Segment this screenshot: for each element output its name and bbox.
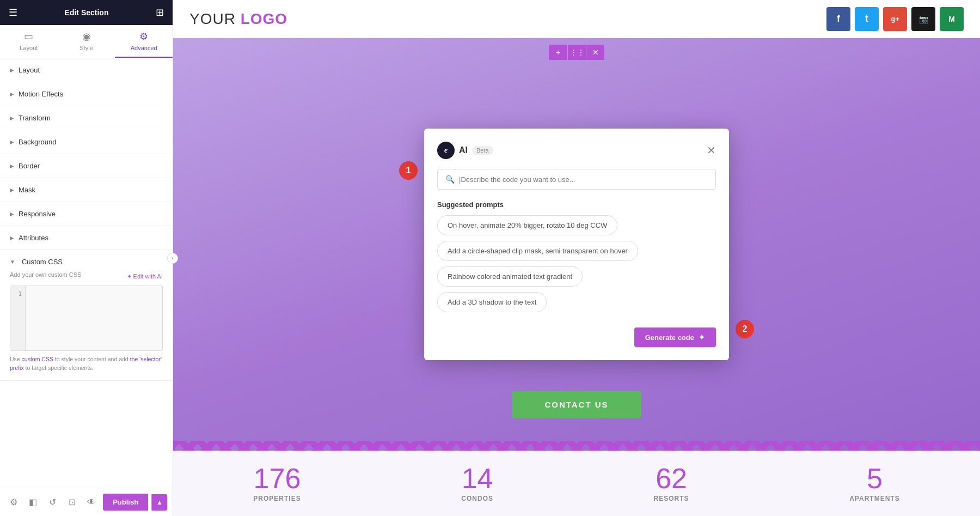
grid-icon[interactable]: ⊞ [156, 7, 164, 19]
stat-label-condos: CONDOS [461, 495, 493, 502]
stat-item-condos: 14 CONDOS [461, 464, 493, 502]
sidebar-header: ☰ Edit Section ⊞ [0, 0, 173, 25]
responsive-icon[interactable]: ⊡ [64, 494, 80, 511]
settings-icon[interactable]: ⚙ [5, 494, 22, 511]
layers-icon[interactable]: ◧ [25, 494, 41, 511]
suggested-label: Suggested prompts [437, 201, 716, 209]
step2-badge: 2 [736, 320, 754, 338]
hamburger-icon[interactable]: ☰ [9, 7, 17, 19]
tab-style[interactable]: ◉ Style [58, 25, 115, 58]
chevron-icon: ▶ [10, 187, 14, 193]
sidebar-item-border[interactable]: ▶ Border [0, 154, 173, 178]
chevron-icon: ▶ [10, 115, 14, 121]
logo-regular: YOUR [189, 10, 241, 27]
chevron-icon: ▶ [10, 235, 14, 241]
sidebar-item-responsive[interactable]: ▶ Responsive [0, 202, 173, 226]
ai-logo-icon: e [437, 142, 455, 159]
custom-css-section: ▼ Custom CSS Add your own custom CSS ✦ E… [0, 250, 173, 381]
stat-number-condos: 14 [462, 464, 493, 493]
style-icon: ◉ [82, 31, 91, 43]
publish-button[interactable]: Publish [103, 494, 148, 511]
generate-code-button[interactable]: Generate code ✦ [634, 327, 716, 347]
sidebar-item-background[interactable]: ▶ Background [0, 130, 173, 154]
generate-label: Generate code [645, 333, 694, 342]
sidebar-item-attributes[interactable]: ▶ Attributes [0, 226, 173, 250]
search-icon: 🔍 [445, 175, 455, 184]
stats-bar: 176 PROPERTIES 14 CONDOS 62 RESORTS 5 AP… [173, 451, 980, 516]
sidebar: ☰ Edit Section ⊞ ▭ Layout ◉ Style ⚙ Adva… [0, 0, 173, 516]
sidebar-item-transform[interactable]: ▶ Transform [0, 106, 173, 130]
sidebar-title: Edit Section [65, 8, 109, 17]
prompt-chip-0[interactable]: On hover, animate 20% bigger, rotato 10 … [437, 215, 617, 235]
tab-style-label: Style [79, 45, 93, 51]
instagram-icon[interactable]: 📷 [911, 7, 935, 31]
sidebar-item-mask[interactable]: ▶ Mask [0, 178, 173, 202]
ai-modal-header: e AI Beta ✕ [437, 142, 716, 159]
beta-badge: Beta [472, 146, 493, 155]
generate-icon: ✦ [699, 333, 705, 342]
custom-css-title: Custom CSS [22, 258, 63, 266]
prompt-chips: On hover, animate 20% bigger, rotato 10 … [437, 215, 716, 312]
stat-number-properties: 176 [254, 464, 301, 493]
logo: YOUR LOGO [189, 10, 287, 28]
chevron-icon: ▶ [10, 67, 14, 73]
stat-item-apartments: 5 APARTMENTS [849, 464, 899, 502]
tab-layout[interactable]: ▭ Layout [0, 25, 58, 58]
ai-search-input[interactable] [459, 175, 708, 184]
tab-layout-label: Layout [20, 45, 38, 51]
advanced-icon: ⚙ [139, 31, 148, 43]
css-editor: 1 [10, 286, 163, 351]
twitter-icon[interactable]: t [855, 7, 879, 31]
ai-label: AI [459, 145, 468, 155]
modal-overlay: 1 e AI Beta ✕ 🔍 [173, 38, 980, 451]
step1-badge: 1 [399, 161, 418, 180]
ai-modal: e AI Beta ✕ 🔍 Suggested prompts On ho [424, 129, 729, 360]
line-numbers: 1 [10, 286, 26, 350]
ai-modal-logo: e AI Beta [437, 142, 493, 159]
stat-label-apartments: APARTMENTS [849, 495, 899, 502]
social-icons: f t g+ 📷 M [826, 7, 964, 31]
sidebar-item-layout[interactable]: ▶ Layout [0, 58, 173, 82]
custom-css-header[interactable]: ▼ Custom CSS [10, 258, 163, 266]
logo-bold: LOGO [241, 10, 287, 27]
publish-dropdown-button[interactable]: ▲ [151, 494, 167, 511]
css-hint: Use custom CSS to style your content and… [10, 355, 163, 373]
preview-icon[interactable]: 👁 [83, 494, 100, 511]
history-icon[interactable]: ↺ [45, 494, 61, 511]
tab-advanced-label: Advanced [131, 45, 157, 51]
chevron-icon: ▶ [10, 91, 14, 97]
sidebar-footer: ⚙ ◧ ↺ ⊡ 👁 Publish ▲ [0, 488, 173, 516]
ai-search-box: 🔍 [437, 169, 716, 190]
email-icon[interactable]: M [940, 7, 964, 31]
css-hint-link1[interactable]: custom CSS [22, 356, 53, 362]
main-content: YOUR LOGO f t g+ 📷 M + ⋮⋮ ✕ CONTACT US 1 [173, 0, 980, 516]
layout-icon: ▭ [24, 31, 33, 43]
sidebar-tabs: ▭ Layout ◉ Style ⚙ Advanced [0, 25, 173, 58]
chevron-icon: ▶ [10, 139, 14, 145]
edit-with-ai-button[interactable]: ✦ Edit with AI [127, 273, 163, 280]
google-plus-icon[interactable]: g+ [883, 7, 907, 31]
top-bar: YOUR LOGO f t g+ 📷 M [173, 0, 980, 38]
stat-number-apartments: 5 [867, 464, 883, 493]
sidebar-item-motion-effects[interactable]: ▶ Motion Effects [0, 82, 173, 106]
chevron-icon: ▶ [10, 211, 14, 217]
css-textarea[interactable] [26, 286, 162, 350]
stat-item-resorts: 62 RESORTS [654, 464, 689, 502]
chevron-down-icon: ▼ [10, 259, 15, 265]
stat-number-resorts: 62 [656, 464, 687, 493]
modal-footer: Generate code ✦ [437, 327, 716, 347]
custom-css-label: Add your own custom CSS [10, 271, 81, 278]
tab-advanced[interactable]: ⚙ Advanced [115, 25, 173, 58]
sidebar-content: ▶ Layout ▶ Motion Effects ▶ Transform ▶ … [0, 58, 173, 488]
stat-label-resorts: RESORTS [654, 495, 689, 502]
prompt-chip-2[interactable]: Rainbow colored animated text gradient [437, 266, 583, 287]
modal-close-button[interactable]: ✕ [707, 145, 716, 156]
stat-label-properties: PROPERTIES [253, 495, 301, 502]
stat-item-properties: 176 PROPERTIES [253, 464, 301, 502]
prompt-chip-3[interactable]: Add a 3D shadow to the text [437, 292, 547, 312]
prompt-chip-1[interactable]: Add a circle-shaped clip mask, semi tran… [437, 241, 638, 261]
hero-section: + ⋮⋮ ✕ CONTACT US 1 e AI [173, 38, 980, 451]
facebook-icon[interactable]: f [826, 7, 850, 31]
chevron-icon: ▶ [10, 163, 14, 169]
